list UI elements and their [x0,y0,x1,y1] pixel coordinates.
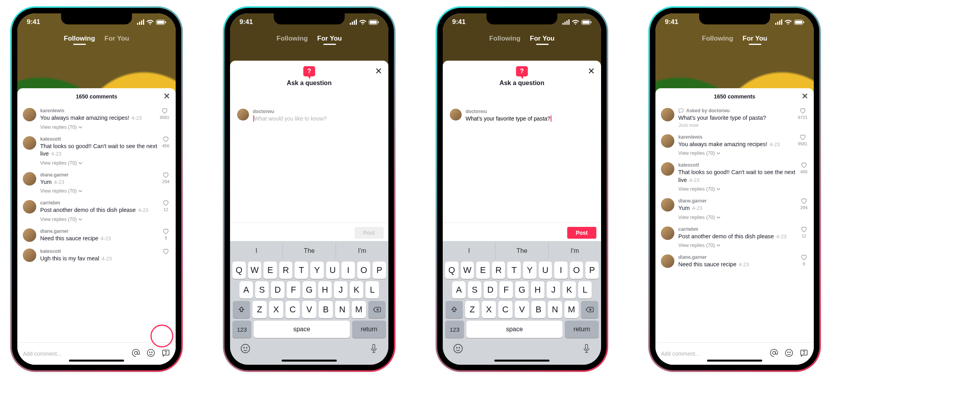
key[interactable]: V [302,301,316,318]
comment-row[interactable]: karenlewisYou always make amazing recipe… [661,131,808,160]
key[interactable]: K [350,281,363,299]
key-space[interactable]: space [466,321,562,338]
key[interactable]: T [507,262,521,279]
key[interactable]: R [492,262,505,279]
key[interactable]: O [357,262,371,279]
comment-row[interactable]: karenlewisYou always make amazing recipe… [23,105,170,133]
comment-row[interactable]: carriebmPost another demo of this dish p… [23,197,170,225]
close-icon[interactable]: ✕ [802,92,808,100]
key[interactable]: L [366,281,379,299]
emoji-keyboard-icon[interactable] [240,343,251,355]
close-icon[interactable]: ✕ [163,92,170,100]
like-button[interactable]: 456 [800,161,807,174]
view-replies[interactable]: View replies (70) [40,160,170,166]
mic-icon[interactable] [369,343,378,355]
avatar[interactable] [661,134,674,148]
avatar[interactable] [450,109,462,121]
comment-username[interactable]: carriebm [40,200,170,206]
tab-following[interactable]: Following [277,35,308,43]
comment-row[interactable]: diane.garnerNeed this sauce recipe4-239 [661,251,808,272]
avatar[interactable] [23,136,36,150]
comment-row[interactable]: diane.garnerNeed this sauce recipe4-239 [23,225,170,246]
suggestion[interactable]: I [443,243,496,259]
close-icon[interactable]: ✕ [588,66,595,76]
comment-username[interactable]: diane.garner [678,198,808,204]
key[interactable]: X [269,301,283,318]
tab-for-you[interactable]: For You [317,35,342,43]
key-123[interactable]: 123 [232,321,251,338]
tab-for-you[interactable]: For You [530,35,555,43]
avatar[interactable] [23,200,36,213]
key[interactable]: H [318,281,332,299]
avatar[interactable] [661,108,674,121]
view-replies[interactable]: View replies (70) [678,150,808,156]
key[interactable]: P [585,262,599,279]
view-replies[interactable]: View replies (70) [40,217,170,222]
key[interactable]: A [452,281,466,299]
question-input[interactable]: What would you like to know? [254,115,327,122]
like-button[interactable] [162,248,169,256]
key[interactable]: Q [445,262,458,279]
key-return[interactable]: return [352,321,386,338]
key[interactable]: A [239,281,253,299]
mention-icon[interactable] [132,349,140,359]
mic-icon[interactable] [582,343,591,355]
key[interactable]: F [499,281,513,299]
comment-row[interactable]: katescottThat looks so good!! Can't wait… [23,133,170,169]
like-button[interactable]: 9 [800,254,807,266]
key[interactable]: H [531,281,544,299]
tab-for-you[interactable]: For You [742,35,767,43]
post-button[interactable]: Post [355,227,384,239]
tab-for-you[interactable]: For You [104,35,129,43]
like-button[interactable]: 9581 [798,134,807,146]
key[interactable]: C [498,301,512,318]
tab-following[interactable]: Following [64,35,95,43]
like-button[interactable]: 12 [800,226,807,238]
post-button[interactable]: Post [567,227,596,239]
comment-username[interactable]: diane.garner [40,228,170,234]
comment-username[interactable]: katescott [40,249,170,254]
comments-list[interactable]: karenlewisYou always make amazing recipe… [17,105,176,342]
key[interactable]: D [484,281,497,299]
home-indicator[interactable] [282,360,337,362]
avatar[interactable] [661,162,674,176]
comment-username[interactable]: carriebm [678,226,808,232]
comment-username[interactable]: karenlewis [678,134,808,140]
home-indicator[interactable] [494,360,549,362]
key[interactable]: G [515,281,529,299]
comment-input[interactable]: Add comment... [661,351,763,357]
comment-row[interactable]: diane.garnerYum4-23View replies (70) 294 [23,169,170,197]
keyboard-suggestions[interactable]: I The I'm [443,243,601,259]
key[interactable]: Y [523,262,536,279]
key[interactable]: M [352,301,366,318]
key[interactable]: M [564,301,579,318]
like-button[interactable]: 294 [800,197,807,210]
key[interactable]: L [578,281,592,299]
key[interactable]: Z [465,301,479,318]
shift-key[interactable] [445,301,463,318]
emoji-icon[interactable] [785,349,793,359]
comment-row[interactable]: katescottUgh this is my fav meal4-23 [23,245,170,266]
backspace-key[interactable] [368,301,386,318]
key-return[interactable]: return [565,321,599,338]
home-indicator[interactable] [69,360,124,362]
key[interactable]: I [342,262,355,279]
keyboard-suggestions[interactable]: I The I'm [230,243,388,259]
avatar[interactable] [23,228,36,242]
comment-username[interactable]: Asked by doctorwu [678,108,808,113]
view-replies[interactable]: View replies (70) [678,215,808,220]
view-replies[interactable]: View replies (70) [678,186,808,192]
key[interactable]: U [326,262,340,279]
like-button[interactable]: 456 [162,135,169,148]
close-icon[interactable]: ✕ [375,66,382,76]
key[interactable]: F [287,281,300,299]
suggestion[interactable]: I'm [336,243,388,259]
comments-list[interactable]: Asked by doctorwuWhat's your favorite ty… [655,105,814,342]
tab-following[interactable]: Following [489,35,520,43]
comment-username[interactable]: diane.garner [678,254,808,260]
comment-row[interactable]: diane.garnerYum4-23View replies (70) 294 [661,195,808,223]
tab-following[interactable]: Following [702,35,733,43]
key[interactable]: V [515,301,529,318]
key[interactable]: K [562,281,576,299]
suggestion[interactable]: I [230,243,283,259]
